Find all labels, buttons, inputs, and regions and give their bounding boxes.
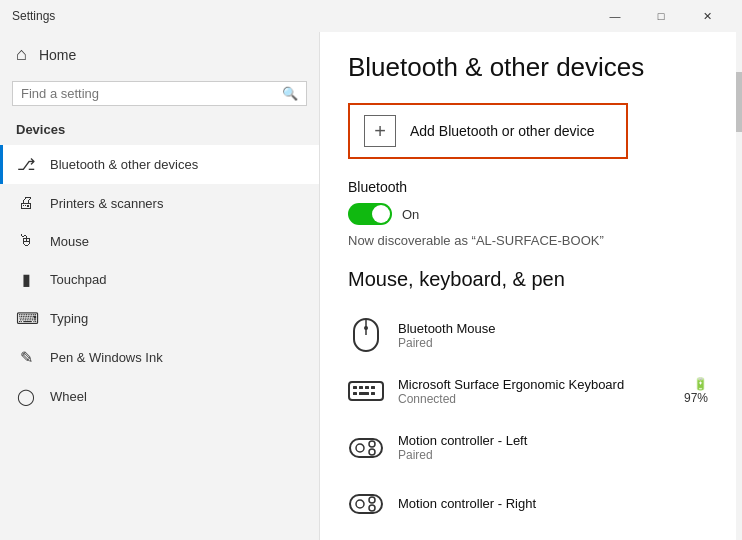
battery-percent: 97% bbox=[684, 391, 708, 405]
device-item-bluetooth-mouse[interactable]: Bluetooth Mouse Paired bbox=[348, 307, 708, 363]
svg-point-13 bbox=[369, 441, 375, 447]
discoverable-text: Now discoverable as “AL-SURFACE-BOOK” bbox=[348, 233, 708, 248]
maximize-button[interactable]: □ bbox=[638, 0, 684, 32]
window-controls: — □ ✕ bbox=[592, 0, 730, 32]
add-device-label: Add Bluetooth or other device bbox=[410, 123, 594, 139]
scrollbar[interactable] bbox=[736, 32, 742, 540]
bluetooth-section-label: Bluetooth bbox=[348, 179, 708, 195]
svg-rect-15 bbox=[350, 495, 382, 513]
device-info: Microsoft Surface Ergonomic Keyboard Con… bbox=[398, 377, 670, 406]
toggle-state-label: On bbox=[402, 207, 419, 222]
device-name: Microsoft Surface Ergonomic Keyboard bbox=[398, 377, 670, 392]
gamepad-left-icon bbox=[348, 429, 384, 465]
typing-icon: ⌨ bbox=[16, 309, 36, 328]
device-info: Motion controller - Left Paired bbox=[398, 433, 708, 462]
device-status: Paired bbox=[398, 448, 708, 462]
battery-icon: 🔋 bbox=[693, 377, 708, 391]
toggle-knob bbox=[372, 205, 390, 223]
sidebar-item-home[interactable]: ⌂ Home bbox=[0, 32, 319, 77]
sidebar-item-printers[interactable]: 🖨 Printers & scanners bbox=[0, 184, 319, 222]
sidebar-item-touchpad[interactable]: ▮ Touchpad bbox=[0, 260, 319, 299]
page-title: Bluetooth & other devices bbox=[348, 52, 708, 83]
svg-point-12 bbox=[356, 444, 364, 452]
main-content: Bluetooth & other devices + Add Bluetoot… bbox=[320, 32, 736, 540]
sidebar-item-label: Touchpad bbox=[50, 272, 106, 287]
pen-icon: ✎ bbox=[16, 348, 36, 367]
svg-rect-3 bbox=[349, 382, 383, 400]
app-title: Settings bbox=[12, 9, 55, 23]
svg-rect-7 bbox=[371, 386, 375, 389]
sidebar-item-wheel[interactable]: ◯ Wheel bbox=[0, 377, 319, 416]
app-body: ⌂ Home 🔍 Devices ⎇ Bluetooth & other dev… bbox=[0, 32, 742, 540]
svg-rect-6 bbox=[365, 386, 369, 389]
sidebar-section-title: Devices bbox=[0, 118, 319, 145]
sidebar-item-label: Printers & scanners bbox=[50, 196, 163, 211]
sidebar-item-label: Pen & Windows Ink bbox=[50, 350, 163, 365]
sidebar-item-label: Wheel bbox=[50, 389, 87, 404]
svg-rect-10 bbox=[371, 392, 375, 395]
mouse-icon: 🖰 bbox=[16, 232, 36, 250]
bluetooth-icon: ⎇ bbox=[16, 155, 36, 174]
device-item-motion-left[interactable]: Motion controller - Left Paired bbox=[348, 419, 708, 475]
svg-point-16 bbox=[356, 500, 364, 508]
sidebar-item-mouse[interactable]: 🖰 Mouse bbox=[0, 222, 319, 260]
device-info: Bluetooth Mouse Paired bbox=[398, 321, 708, 350]
device-name: Motion controller - Left bbox=[398, 433, 708, 448]
touchpad-icon: ▮ bbox=[16, 270, 36, 289]
sidebar-item-label: Mouse bbox=[50, 234, 89, 249]
titlebar: Settings — □ ✕ bbox=[0, 0, 742, 32]
mouse-device-icon bbox=[348, 317, 384, 353]
mouse-keyboard-heading: Mouse, keyboard, & pen bbox=[348, 268, 708, 291]
device-name: Bluetooth Mouse bbox=[398, 321, 708, 336]
svg-rect-11 bbox=[350, 439, 382, 457]
gamepad-right-icon bbox=[348, 485, 384, 521]
sidebar-item-label: Bluetooth & other devices bbox=[50, 157, 198, 172]
device-name: Motion controller - Right bbox=[398, 496, 708, 511]
svg-point-17 bbox=[369, 497, 375, 503]
printer-icon: 🖨 bbox=[16, 194, 36, 212]
device-battery: 🔋 97% bbox=[684, 377, 708, 405]
sidebar-item-typing[interactable]: ⌨ Typing bbox=[0, 299, 319, 338]
search-icon: 🔍 bbox=[282, 86, 298, 101]
svg-rect-9 bbox=[359, 392, 369, 395]
sidebar-item-bluetooth[interactable]: ⎇ Bluetooth & other devices bbox=[0, 145, 319, 184]
sidebar-item-label: Typing bbox=[50, 311, 88, 326]
minimize-button[interactable]: — bbox=[592, 0, 638, 32]
wheel-icon: ◯ bbox=[16, 387, 36, 406]
device-status: Paired bbox=[398, 336, 708, 350]
sidebar: ⌂ Home 🔍 Devices ⎇ Bluetooth & other dev… bbox=[0, 32, 320, 540]
device-item-motion-right[interactable]: Motion controller - Right bbox=[348, 475, 708, 531]
svg-rect-5 bbox=[359, 386, 363, 389]
keyboard-device-icon bbox=[348, 373, 384, 409]
svg-rect-8 bbox=[353, 392, 357, 395]
bluetooth-toggle[interactable] bbox=[348, 203, 392, 225]
add-device-plus-icon: + bbox=[364, 115, 396, 147]
bluetooth-toggle-row: On bbox=[348, 203, 708, 225]
sidebar-home-label: Home bbox=[39, 47, 76, 63]
svg-rect-4 bbox=[353, 386, 357, 389]
sidebar-search-box: 🔍 bbox=[12, 81, 307, 106]
device-info: Motion controller - Right bbox=[398, 496, 708, 511]
svg-point-2 bbox=[364, 326, 368, 330]
scrollbar-thumb[interactable] bbox=[736, 72, 742, 132]
home-icon: ⌂ bbox=[16, 44, 27, 65]
close-button[interactable]: ✕ bbox=[684, 0, 730, 32]
svg-point-18 bbox=[369, 505, 375, 511]
search-input[interactable] bbox=[21, 86, 282, 101]
add-device-button[interactable]: + Add Bluetooth or other device bbox=[348, 103, 628, 159]
sidebar-item-pen[interactable]: ✎ Pen & Windows Ink bbox=[0, 338, 319, 377]
device-status: Connected bbox=[398, 392, 670, 406]
device-item-keyboard[interactable]: Microsoft Surface Ergonomic Keyboard Con… bbox=[348, 363, 708, 419]
svg-point-14 bbox=[369, 449, 375, 455]
